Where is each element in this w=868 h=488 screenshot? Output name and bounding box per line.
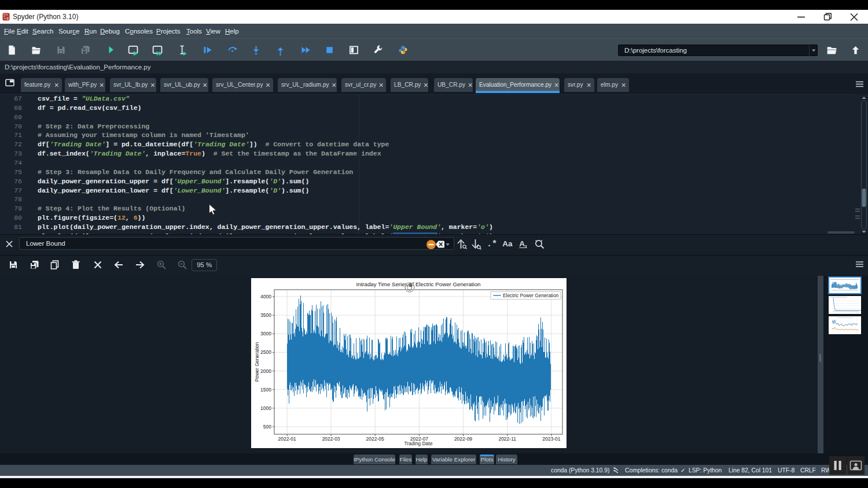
svg-text:Power Generation: Power Generation [254, 342, 260, 382]
svg-text:1500: 1500 [260, 387, 271, 393]
svg-text:3500: 3500 [260, 312, 271, 318]
svg-text:1000: 1000 [260, 405, 271, 411]
svg-text:2023-01: 2023-01 [542, 436, 560, 442]
svg-text:2022-09: 2022-09 [454, 436, 472, 442]
svg-text:Trading Date: Trading Date [404, 441, 433, 446]
svg-text:Electric Power Generation: Electric Power Generation [503, 293, 559, 298]
svg-text:2022-05: 2022-05 [366, 436, 384, 442]
svg-text:3000: 3000 [260, 331, 271, 337]
svg-text:2022-03: 2022-03 [322, 436, 340, 442]
svg-text:4000: 4000 [260, 294, 271, 300]
svg-text:s: s [6, 16, 9, 21]
svg-text:Intraday Time Series of Electr: Intraday Time Series of Electric Power G… [356, 281, 481, 287]
svg-text:2022-11: 2022-11 [498, 436, 516, 442]
svg-text:500: 500 [263, 424, 271, 430]
svg-text:2000: 2000 [260, 368, 271, 374]
svg-text:2022-01: 2022-01 [278, 436, 296, 442]
svg-text:2500: 2500 [260, 349, 271, 355]
